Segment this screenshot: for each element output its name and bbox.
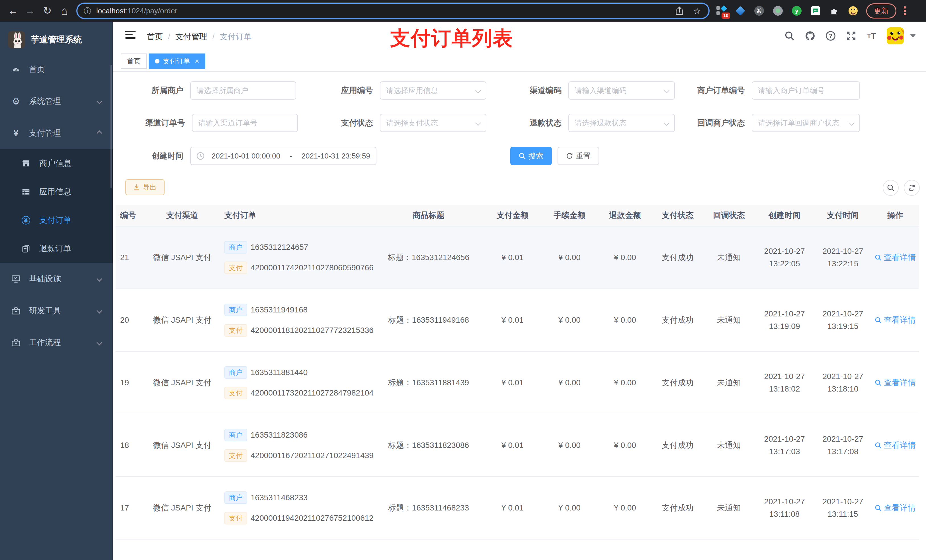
sidebar-item-pay-order[interactable]: ¥ 支付订单 bbox=[0, 206, 113, 234]
svg-text:?: ? bbox=[829, 33, 832, 39]
col-actions: 操作 bbox=[872, 210, 919, 221]
cell-amount: ¥ 0.01 bbox=[484, 441, 541, 450]
magnifier-icon bbox=[519, 152, 526, 159]
view-detail-link[interactable]: 查看详情 bbox=[875, 377, 916, 388]
cell-fee: ¥ 0.00 bbox=[541, 503, 598, 512]
sidebar-item-pay[interactable]: ¥ 支付管理 bbox=[0, 117, 113, 149]
filter-notify-status: 回调商户状态 请选择订单回调商户状态 bbox=[697, 114, 860, 132]
notify-status-select[interactable]: 请选择订单回调商户状态 bbox=[752, 114, 860, 132]
view-detail-link[interactable]: 查看详情 bbox=[875, 315, 916, 326]
toggle-search-button[interactable] bbox=[883, 180, 899, 196]
reload-icon[interactable]: ↻ bbox=[39, 2, 56, 20]
extension-y-icon[interactable]: y bbox=[791, 6, 802, 16]
col-no: 编号 bbox=[116, 210, 148, 221]
extension-emoji-icon[interactable] bbox=[848, 6, 858, 16]
fullscreen-icon[interactable] bbox=[846, 30, 856, 41]
cell-channel: 微信 JSAPI 支付 bbox=[148, 252, 216, 263]
sidebar-item-infra[interactable]: 基础设施 bbox=[0, 263, 113, 295]
channel-pay-no: 4200001174202110278060590766 bbox=[251, 263, 374, 272]
view-detail-link[interactable]: 查看详情 bbox=[875, 440, 916, 451]
cell-actions: 查看详情 bbox=[872, 377, 919, 388]
merchant-order-no: 1635312124657 bbox=[251, 243, 308, 252]
tab-close-icon[interactable]: × bbox=[195, 57, 199, 66]
tab-home[interactable]: 首页 bbox=[121, 53, 147, 69]
sidebar: 芋道管理系统 首页 ⚙ 系统管理 ¥ 支付管理 bbox=[0, 22, 113, 560]
export-button[interactable]: 导出 bbox=[125, 179, 165, 195]
pay-tag: 支付 bbox=[224, 324, 247, 337]
hamburger-icon[interactable] bbox=[125, 31, 136, 40]
extension-chat-icon[interactable] bbox=[810, 6, 821, 16]
refresh-icon bbox=[908, 184, 915, 192]
magnifier-icon bbox=[875, 317, 882, 323]
chevron-down-icon bbox=[97, 276, 102, 282]
sidebar-item-app-info[interactable]: 应用信息 bbox=[0, 178, 113, 206]
back-icon[interactable]: ← bbox=[5, 2, 22, 20]
site-info-icon[interactable]: ⓘ bbox=[84, 6, 91, 16]
bookmark-star-icon[interactable]: ☆ bbox=[693, 6, 701, 16]
clock-icon bbox=[197, 152, 204, 160]
merchant-order-line: 商户 1635311823086 bbox=[224, 429, 373, 441]
date-range-picker[interactable]: 2021-10-01 00:00:00 - 2021-10-31 23:59:5… bbox=[190, 147, 377, 165]
user-avatar[interactable] bbox=[887, 27, 904, 44]
merchant-input[interactable] bbox=[190, 82, 296, 100]
help-icon[interactable]: ? bbox=[825, 30, 836, 41]
address-bar[interactable]: ⓘ localhost:1024/pay/order ☆ bbox=[76, 3, 710, 19]
cell-refund: ¥ 0.00 bbox=[598, 315, 652, 325]
merchant-order-no: 1635311949168 bbox=[251, 305, 307, 314]
chrome-update-button[interactable]: 更新 bbox=[866, 3, 896, 18]
app-select[interactable]: 请选择应用信息 bbox=[380, 82, 486, 100]
search-button[interactable]: 搜索 bbox=[510, 147, 552, 165]
cell-status: 支付成功 bbox=[652, 440, 703, 451]
sidebar-item-refund-order[interactable]: 退款订单 bbox=[0, 234, 113, 263]
channel-order-no-input[interactable] bbox=[192, 114, 298, 132]
cell-title: 标题：1635311823086 bbox=[373, 440, 484, 451]
share-icon[interactable] bbox=[675, 6, 684, 15]
sidebar-scrollbar[interactable] bbox=[110, 65, 112, 189]
breadcrumb-pay[interactable]: 支付管理 bbox=[176, 31, 207, 42]
extension-workona-icon[interactable]: 10 bbox=[716, 6, 727, 16]
filter-create-time: 创建时间 2021-10-01 00:00:00 - 2021-10-31 23… bbox=[151, 147, 377, 165]
sidebar-item-merchant-info[interactable]: 商户信息 bbox=[0, 149, 113, 178]
cell-pay-order: 商户 1635311468233 支付 42000011942021102767… bbox=[216, 491, 373, 524]
view-detail-link[interactable]: 查看详情 bbox=[875, 252, 916, 263]
extension-sketch-icon[interactable] bbox=[735, 6, 746, 16]
sidebar-item-home[interactable]: 首页 bbox=[0, 53, 113, 85]
sidebar-item-dev-tools[interactable]: 研发工具 bbox=[0, 295, 113, 327]
cell-actions: 查看详情 bbox=[872, 440, 919, 451]
cell-created: 2021-10-2713:11:08 bbox=[755, 495, 814, 521]
forward-icon[interactable]: → bbox=[22, 2, 39, 20]
gear-icon: ⚙ bbox=[11, 97, 21, 106]
extension-command-icon[interactable]: ⌘ bbox=[754, 6, 764, 16]
filter-merchant-order-no: 商户订单编号 bbox=[697, 82, 860, 100]
merchant-order-no-input[interactable] bbox=[752, 82, 860, 100]
reset-button[interactable]: 重置 bbox=[558, 147, 599, 165]
magnifier-icon bbox=[875, 504, 882, 511]
sidebar-item-workflow[interactable]: 工作流程 bbox=[0, 327, 113, 359]
tab-pay-order[interactable]: 支付订单 × bbox=[149, 53, 205, 69]
cell-title: 标题：1635311881439 bbox=[373, 377, 484, 388]
refresh-table-button[interactable] bbox=[904, 180, 920, 196]
browser-menu-icon[interactable] bbox=[904, 10, 906, 12]
breadcrumb-home[interactable]: 首页 bbox=[147, 31, 163, 42]
search-icon[interactable] bbox=[784, 30, 795, 41]
pay-status-select[interactable]: 请选择支付状态 bbox=[380, 114, 486, 132]
cell-channel: 微信 JSAPI 支付 bbox=[148, 377, 216, 388]
refund-status-select[interactable]: 请选择退款状态 bbox=[568, 114, 675, 132]
cell-status: 支付成功 bbox=[652, 252, 703, 263]
extension-recorder-icon[interactable] bbox=[773, 6, 783, 16]
view-detail-link[interactable]: 查看详情 bbox=[875, 503, 916, 513]
channel-code-select[interactable]: 请输入渠道编码 bbox=[568, 82, 675, 100]
avatar-caret-icon[interactable] bbox=[910, 34, 916, 38]
cell-notify: 未通知 bbox=[703, 503, 755, 513]
sidebar-item-system[interactable]: ⚙ 系统管理 bbox=[0, 85, 113, 117]
github-icon[interactable] bbox=[805, 30, 816, 41]
toolbox-icon bbox=[11, 338, 21, 347]
font-size-icon[interactable]: TT bbox=[866, 30, 877, 41]
cell-paid: 2021-10-2713:22:15 bbox=[814, 245, 872, 270]
cell-actions: 查看详情 bbox=[872, 503, 919, 513]
extensions-puzzle-icon[interactable] bbox=[829, 6, 840, 16]
home-icon[interactable]: ⌂ bbox=[56, 2, 73, 20]
logo-row[interactable]: 芋道管理系统 bbox=[0, 22, 113, 53]
app-title: 芋道管理系统 bbox=[31, 34, 82, 45]
merchant-tag: 商户 bbox=[224, 303, 247, 316]
